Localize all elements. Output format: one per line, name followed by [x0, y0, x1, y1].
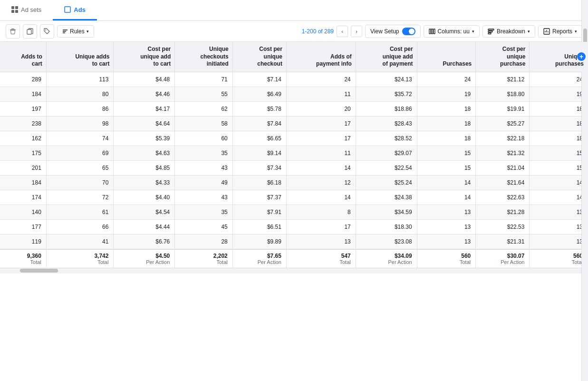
table-cell: $21.32	[476, 146, 530, 160]
columns-button[interactable]: Columns: uu ▾	[424, 25, 480, 38]
tab-ads[interactable]: Ads	[53, 0, 97, 20]
table-cell: $4.17	[114, 101, 175, 116]
rules-label: Rules	[70, 28, 85, 35]
table-cell: 15	[417, 146, 476, 160]
table-cell: 43	[175, 160, 232, 175]
breakdown-icon	[488, 28, 494, 35]
tab-adsets-label: Ad sets	[21, 6, 41, 13]
footer-cell: $34.09Per Action	[356, 249, 417, 268]
col-cost-per-unique-checkout: Cost peruniquecheckout	[232, 42, 286, 72]
table-row: 289113$4.4871$7.1424$24.1324$21.1224	[0, 72, 588, 87]
table-cell: $4.54	[114, 205, 175, 219]
breakdown-label: Breakdown	[497, 28, 525, 35]
duplicate-button[interactable]	[23, 24, 37, 39]
reports-icon	[543, 28, 550, 35]
view-setup-toggle[interactable]	[402, 28, 415, 35]
table-cell: 18	[530, 131, 588, 146]
table-cell: 13	[530, 205, 588, 219]
table-cell: 17	[286, 219, 356, 234]
rules-button[interactable]: Rules ▾	[57, 25, 94, 38]
col-unique-purchases: Uniquepurchases +	[530, 42, 588, 72]
top-tabs: Ad sets Ads	[0, 0, 588, 21]
table-cell: 24	[417, 72, 476, 87]
table-header-row: Adds tocart Unique addsto cart Cost peru…	[0, 42, 588, 72]
delete-icon	[10, 28, 16, 35]
table-cell: 19	[530, 87, 588, 101]
delete-button[interactable]	[6, 24, 20, 39]
table-cell: $7.14	[232, 72, 286, 87]
table-cell: $22.18	[476, 131, 530, 146]
table-cell: $4.46	[114, 87, 175, 101]
footer-cell: $4.50Per Action	[114, 249, 175, 268]
table-cell: 17	[286, 131, 356, 146]
table-cell: 289	[0, 72, 46, 87]
table-cell: $7.91	[232, 205, 286, 219]
table-cell: $21.64	[476, 175, 530, 190]
table-cell: 69	[46, 146, 114, 160]
footer-cell: 9,360Total	[0, 249, 46, 268]
table-cell: 58	[175, 116, 232, 131]
svg-rect-2	[11, 10, 14, 13]
columns-icon	[429, 28, 435, 35]
toggle-knob	[409, 29, 414, 34]
table-cell: $18.86	[356, 101, 417, 116]
view-setup-button[interactable]: View Setup	[365, 25, 421, 38]
col-adds-to-cart: Adds tocart	[0, 42, 46, 72]
table-cell: $18.30	[356, 219, 417, 234]
table-cell: 49	[175, 175, 232, 190]
table-footer: 9,360Total3,742Total$4.50Per Action2,202…	[0, 249, 588, 268]
table-cell: 140	[0, 205, 46, 219]
next-page-button[interactable]: ›	[351, 26, 362, 37]
svg-rect-12	[488, 29, 494, 30]
table-cell: $5.39	[114, 131, 175, 146]
table-cell: $21.04	[476, 160, 530, 175]
table-cell: $6.76	[114, 234, 175, 249]
horizontal-scrollbar[interactable]	[0, 268, 588, 274]
table-row: 17569$4.6335$9.1411$29.0715$21.3215	[0, 146, 588, 160]
grid-icon	[11, 6, 18, 13]
table-row: 19786$4.1762$5.7820$18.8618$19.9118	[0, 101, 588, 116]
add-column-button[interactable]: +	[577, 52, 586, 61]
table-cell: $24.38	[356, 190, 417, 205]
table-cell: $22.53	[476, 219, 530, 234]
col-unique-adds-to-cart: Unique addsto cart	[46, 42, 114, 72]
svg-rect-9	[429, 29, 431, 34]
table-cell: 177	[0, 219, 46, 234]
reports-button[interactable]: Reports ▾	[538, 25, 582, 38]
tag-button[interactable]	[40, 24, 54, 39]
footer-cell: $30.07Per Action	[476, 249, 530, 268]
table-cell: $6.51	[232, 219, 286, 234]
table-cell: 175	[0, 146, 46, 160]
tab-adsets[interactable]: Ad sets	[0, 0, 53, 20]
table-cell: 201	[0, 160, 46, 175]
table-cell: 18	[530, 116, 588, 131]
table-row: 18470$4.3349$6.1812$25.2414$21.6414	[0, 175, 588, 190]
duplicate-icon	[27, 28, 33, 35]
table-cell: 184	[0, 87, 46, 101]
table-cell: 55	[175, 87, 232, 101]
table-cell: $4.63	[114, 146, 175, 160]
reports-chevron: ▾	[575, 29, 577, 34]
table-cell: $25.27	[476, 116, 530, 131]
columns-chevron: ▾	[472, 29, 474, 34]
table-cell: $5.78	[232, 101, 286, 116]
breakdown-button[interactable]: Breakdown ▾	[482, 25, 535, 38]
rules-icon	[62, 29, 68, 34]
table-cell: $35.72	[356, 87, 417, 101]
table-cell: 18	[530, 101, 588, 116]
footer-cell: 560Total	[530, 249, 588, 268]
table-cell: $4.48	[114, 72, 175, 87]
prev-page-button[interactable]: ‹	[337, 26, 348, 37]
pagination-info: 1-200 of 289	[302, 28, 334, 35]
table-cell: $19.91	[476, 101, 530, 116]
table-cell: 15	[530, 146, 588, 160]
columns-label: Columns: uu	[438, 28, 470, 35]
table-cell: 15	[530, 160, 588, 175]
table-cell: $6.49	[232, 87, 286, 101]
table-cell: 11	[286, 146, 356, 160]
table-cell: 184	[0, 175, 46, 190]
table-footer-row: 9,360Total3,742Total$4.50Per Action2,202…	[0, 249, 588, 268]
table-cell: $29.07	[356, 146, 417, 160]
table-row: 11941$6.7628$9.8913$23.0813$21.3113	[0, 234, 588, 249]
table-cell: 14	[286, 190, 356, 205]
